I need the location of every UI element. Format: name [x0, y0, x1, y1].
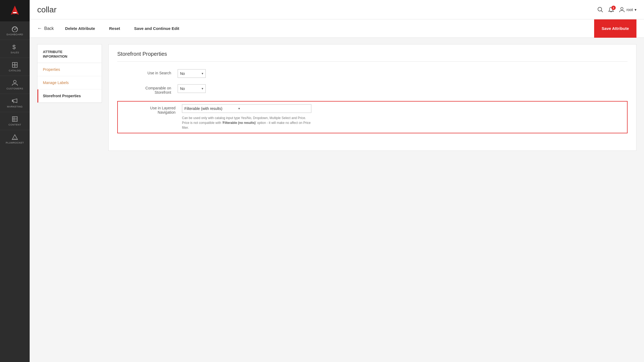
sidebar-item-catalog[interactable]: CATALOG [0, 58, 30, 76]
left-panel-item-properties[interactable]: Properties [37, 63, 102, 76]
sidebar-item-label-dashboard: DASHBOARD [6, 33, 23, 36]
sidebar-item-label-marketing: MARKETING [7, 105, 23, 108]
svg-point-21 [621, 7, 623, 10]
use-in-layered-navigation-label: Use in LayeredNavigation [122, 104, 175, 114]
svg-rect-7 [12, 65, 15, 67]
page-body: ATTRIBUTEINFORMATION Properties Manage L… [30, 38, 644, 362]
save-attribute-button[interactable]: Save Attribute [594, 19, 636, 38]
user-dropdown-arrow: ▾ [635, 8, 636, 12]
use-in-layered-navigation-arrow-icon: ▾ [236, 107, 242, 110]
comparable-on-storefront-control: No Yes ▾ [178, 84, 206, 93]
svg-rect-0 [13, 12, 17, 13]
sidebar-item-sales[interactable]: $ SALES [0, 40, 30, 58]
svg-rect-11 [12, 117, 17, 121]
main-content: collar 2 root ▾ [30, 0, 644, 362]
sidebar-item-label-content: CONTENT [9, 123, 21, 126]
left-panel-item-manage-labels[interactable]: Manage Labels [37, 76, 102, 89]
back-label: Back [44, 26, 54, 31]
sidebar-item-customers[interactable]: CUSTOMERS [0, 76, 30, 94]
user-label: root [626, 8, 633, 12]
sidebar-item-label-sales: SALES [11, 51, 19, 54]
back-button[interactable]: ← Back [37, 26, 54, 31]
use-in-search-label: Use in Search [117, 69, 171, 75]
sidebar-item-dashboard[interactable]: DASHBOARD [0, 22, 30, 40]
svg-text:$: $ [12, 44, 16, 50]
header: collar 2 root ▾ [30, 0, 644, 19]
use-in-search-control: No Yes ▾ [178, 69, 206, 78]
form-row-use-in-layered-navigation: Use in LayeredNavigation No Filterable (… [117, 101, 628, 133]
use-in-search-select-wrapper: No Yes ▾ [178, 69, 206, 78]
sidebar: DASHBOARD $ SALES CATALOG CUSTOMERS [0, 0, 30, 362]
catalog-icon [12, 62, 18, 68]
comparable-on-storefront-select-wrapper: No Yes ▾ [178, 84, 206, 93]
sidebar-item-marketing[interactable]: MARKETING [0, 94, 30, 112]
left-panel: ATTRIBUTEINFORMATION Properties Manage L… [37, 44, 102, 103]
left-panel-header: ATTRIBUTEINFORMATION [37, 44, 102, 63]
logo[interactable] [0, 0, 30, 22]
section-title: Storefront Properties [117, 51, 628, 57]
use-in-layered-navigation-control: No Filterable (with results) Filterable … [182, 104, 311, 130]
help-line-1: Can be used only with catalog input type… [182, 116, 306, 120]
toolbar: ← Back Delete Attribute Reset Save and C… [30, 19, 644, 38]
search-button[interactable] [597, 7, 603, 13]
form-row-comparable-on-storefront: Comparable onStorefront No Yes ▾ [117, 84, 628, 95]
svg-rect-8 [15, 65, 17, 67]
attribute-information-title: ATTRIBUTEINFORMATION [43, 50, 96, 59]
delete-attribute-button[interactable]: Delete Attribute [63, 26, 98, 31]
sales-icon: $ [12, 44, 18, 50]
comparable-on-storefront-arrow-icon: ▾ [199, 87, 205, 90]
help-line-2-before: Price is not compatible with ' [182, 121, 223, 125]
svg-rect-6 [15, 62, 17, 65]
user-menu-button[interactable]: root ▾ [619, 7, 636, 13]
customers-icon [12, 80, 18, 86]
sidebar-item-label-catalog: CATALOG [9, 69, 21, 72]
reset-button[interactable]: Reset [106, 26, 123, 31]
use-in-search-select[interactable]: No Yes [178, 69, 199, 78]
svg-rect-5 [12, 62, 15, 65]
marketing-icon [12, 98, 18, 104]
section-divider [117, 61, 628, 62]
notifications-button[interactable]: 2 [608, 7, 614, 13]
sidebar-item-content[interactable]: CONTENT [0, 112, 30, 130]
back-arrow-icon: ← [37, 26, 42, 31]
right-panel: Storefront Properties Use in Search No Y… [108, 44, 636, 151]
comparable-on-storefront-select[interactable]: No Yes [178, 85, 199, 93]
sidebar-item-label-plumrocket: PLUMROCKET [6, 141, 24, 144]
page-title: collar [37, 5, 597, 14]
save-continue-button[interactable]: Save and Continue Edit [132, 26, 182, 31]
content-icon [12, 116, 18, 122]
form-row-use-in-search: Use in Search No Yes ▾ [117, 69, 628, 78]
left-panel-item-storefront-properties[interactable]: Storefront Properties [37, 89, 102, 103]
svg-point-19 [598, 7, 602, 11]
header-actions: 2 root ▾ [597, 7, 636, 13]
svg-point-9 [13, 80, 16, 83]
svg-point-3 [14, 29, 15, 30]
svg-line-20 [601, 11, 603, 12]
sidebar-item-plumrocket[interactable]: PLUMROCKET [0, 130, 30, 148]
use-in-layered-navigation-help: Can be used only with catalog input type… [182, 116, 311, 130]
help-bold: Filterable (no results) [223, 121, 256, 125]
use-in-layered-navigation-select-wrapper: No Filterable (with results) Filterable … [182, 104, 311, 113]
use-in-layered-navigation-select[interactable]: No Filterable (with results) Filterable … [182, 105, 236, 113]
comparable-on-storefront-label: Comparable onStorefront [117, 84, 171, 95]
use-in-search-arrow-icon: ▾ [199, 72, 205, 75]
notification-count: 2 [611, 6, 616, 10]
dashboard-icon [11, 26, 18, 32]
plumrocket-icon [12, 134, 18, 140]
sidebar-item-label-customers: CUSTOMERS [6, 87, 23, 90]
